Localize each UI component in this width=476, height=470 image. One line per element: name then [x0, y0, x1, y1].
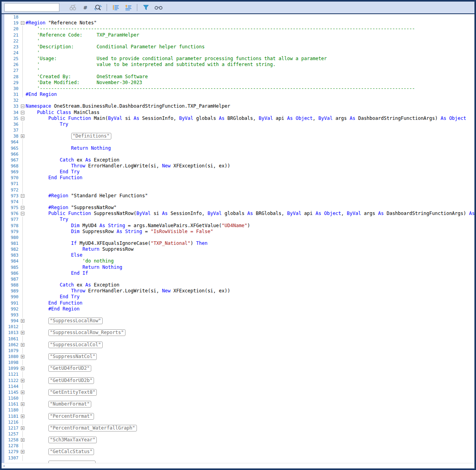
fold-collapse-icon[interactable]: − — [20, 103, 26, 109]
fold-expand-icon[interactable]: + — [20, 425, 26, 431]
fold-guide — [20, 38, 26, 44]
fold-expand-icon[interactable]: + — [20, 401, 26, 407]
fold-expand-icon[interactable]: + — [20, 342, 26, 348]
collapsed-region-box[interactable]: "GetUD4forUD2" — [48, 365, 91, 372]
code-line: 37 — [4, 127, 474, 133]
line-number: 982 — [4, 247, 20, 252]
format-outdent-icon[interactable] — [123, 3, 133, 12]
line-number: 965 — [4, 146, 20, 151]
code-text: Return Nothing — [26, 145, 111, 151]
fold-guide — [20, 32, 26, 38]
fold-guide — [20, 288, 26, 294]
filter-icon[interactable] — [141, 3, 151, 12]
code-text: 'Description: Conditional Parameter help… — [26, 44, 205, 50]
collapsed-region-box[interactable]: "GetEntityText8" — [48, 389, 97, 396]
fold-collapse-icon[interactable]: − — [20, 110, 26, 116]
code-text: Return SuppressRow — [26, 246, 134, 252]
code-line: 18 — [4, 14, 474, 20]
line-number: 33 — [4, 104, 20, 109]
collapsed-region-box[interactable]: "SuppressLocalCol" — [48, 341, 103, 348]
line-number: 983 — [4, 253, 20, 258]
line-number: 38 — [4, 134, 20, 139]
binoculars-icon[interactable] — [68, 3, 78, 12]
collapsed-region-box[interactable]: "GetCalcStatus" — [48, 448, 94, 455]
collapsed-region-box[interactable]: "PercentFormat" — [48, 413, 94, 420]
fold-expand-icon[interactable]: + — [20, 437, 26, 443]
fold-expand-icon[interactable]: + — [20, 133, 26, 139]
line-number: 981 — [4, 241, 20, 246]
code-line: 975− #Region "SuppressNatRow" — [4, 205, 474, 211]
collapsed-region-box[interactable]: "Sch3MaxTaxYear" — [48, 437, 97, 443]
fold-expand-icon[interactable]: + — [20, 365, 26, 371]
code-line: 969 End Try — [4, 169, 474, 175]
code-text: End If — [26, 270, 88, 276]
search-replace-icon[interactable] — [93, 3, 103, 12]
fold-guide — [20, 419, 26, 425]
search-input[interactable] — [4, 3, 59, 12]
line-number: 989 — [4, 288, 20, 294]
collapsed-region-box[interactable]: "SuppressNatCol" — [48, 353, 97, 360]
hash-icon[interactable]: # — [80, 3, 90, 12]
code-text: "SuppressNatCol" — [26, 353, 97, 360]
line-number: 24 — [4, 50, 20, 55]
scroll-left-arrow-icon[interactable]: ◀ — [3, 464, 5, 468]
collapsed-region-box[interactable]: "NumberFormat" — [48, 401, 91, 408]
preview-glasses-icon[interactable] — [153, 3, 164, 12]
collapsed-region-box[interactable]: "SuppressLocalRow_Reports" — [48, 329, 125, 336]
collapsed-region-box[interactable]: "PercentFormat_WaterfallGraph" — [48, 425, 137, 431]
line-number: 29 — [4, 80, 20, 85]
line-number: 19 — [4, 20, 20, 26]
fold-guide — [20, 360, 26, 365]
fold-expand-icon[interactable]: + — [20, 449, 26, 455]
code-line: 25 'Usage: Used to provide conditional p… — [4, 56, 474, 62]
fold-expand-icon[interactable]: + — [20, 330, 26, 336]
collapsed-region-box[interactable]: "GetUD4forUD2b" — [48, 377, 94, 384]
code-line: 1122+ "GetUD4forUD2b" — [4, 378, 474, 384]
fold-guide — [20, 264, 26, 270]
fold-collapse-icon[interactable]: − — [20, 116, 26, 121]
line-number: 1013 — [4, 330, 20, 335]
fold-expand-icon[interactable]: + — [20, 389, 26, 395]
fold-guide — [20, 294, 26, 300]
line-number: 1279 — [4, 449, 20, 454]
line-number: 22 — [4, 39, 20, 44]
fold-guide — [20, 246, 26, 252]
fold-expand-icon[interactable]: + — [20, 354, 26, 360]
code-line: 1161+ "NumberFormat" — [4, 401, 474, 407]
code-text: "SuppressLocalRow" — [26, 318, 103, 324]
code-editor-window: # — [0, 0, 476, 470]
format-indent-icon[interactable] — [111, 3, 121, 12]
fold-collapse-icon[interactable]: − — [20, 211, 26, 217]
code-text: Try — [26, 121, 68, 127]
code-line: 38+ "Definitions" — [4, 133, 474, 139]
fold-collapse-icon[interactable]: − — [20, 205, 26, 211]
code-rows: 1819−#Region "Reference Notes"20 '------… — [4, 14, 474, 463]
fold-guide — [20, 229, 26, 235]
fold-collapse-icon[interactable]: − — [20, 193, 26, 199]
line-number: 994 — [4, 318, 20, 323]
code-text: ' — [26, 38, 40, 44]
fold-guide — [20, 252, 26, 258]
fold-guide — [20, 217, 26, 222]
fold-expand-icon[interactable]: + — [20, 413, 26, 419]
line-number: 25 — [4, 56, 20, 61]
fold-guide — [20, 97, 26, 103]
fold-expand-icon[interactable]: + — [20, 378, 26, 384]
code-text: Else — [26, 252, 83, 258]
code-line: 968 Throw ErrorHandler.LogWrite(si, New … — [4, 163, 474, 169]
code-area: 1819−#Region "Reference Notes"20 '------… — [2, 14, 474, 463]
code-line: 21 'Reference Code: TXP_ParamHelper — [4, 32, 474, 38]
fold-collapse-icon[interactable]: − — [20, 20, 26, 26]
code-text: Public Function SuppressNatRow(ByVal si … — [26, 211, 474, 217]
code-line: 984 'do nothing — [4, 258, 474, 264]
collapsed-region-box[interactable]: "SuppressLocalRow" — [48, 318, 103, 324]
code-text: "GetUD4forUD2b" — [26, 377, 94, 384]
code-text: Return Nothing — [26, 264, 122, 270]
code-text: End Try — [26, 169, 79, 175]
code-text: Try — [26, 217, 68, 222]
fold-expand-icon[interactable]: + — [20, 318, 26, 324]
collapsed-region-box[interactable]: "Definitions" — [71, 133, 111, 140]
horizontal-scrollbar[interactable]: ◀ — [2, 463, 474, 468]
code-line: 964 — [4, 139, 474, 145]
code-line: 36 Try — [4, 121, 474, 127]
